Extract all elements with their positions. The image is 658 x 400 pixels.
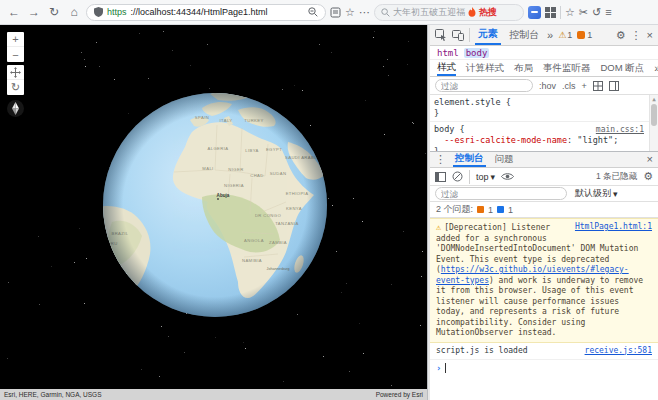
star xyxy=(319,44,320,45)
issue-orange-count: 1 xyxy=(488,205,493,215)
star xyxy=(294,85,295,86)
star xyxy=(114,79,115,80)
bookmark-star-icon[interactable]: ☆ xyxy=(345,6,355,19)
drawer-tab-console[interactable]: 控制台 xyxy=(453,152,486,167)
sidebar-position-icon[interactable] xyxy=(609,81,619,91)
new-style-rule-icon[interactable]: + xyxy=(582,81,587,91)
crumb-html[interactable]: html xyxy=(435,48,461,58)
console-filter-input[interactable] xyxy=(435,187,567,200)
attribution-bar: Esri, HERE, Garmin, NGA, USGS Powered by… xyxy=(0,389,427,400)
forward-icon[interactable]: → xyxy=(26,5,42,19)
star xyxy=(391,385,392,386)
back-icon[interactable]: ← xyxy=(6,5,22,19)
screenshot-scissors-icon[interactable]: ✂ xyxy=(579,6,588,19)
zoom-out-page-icon[interactable] xyxy=(308,7,318,17)
console-drawer: ⋮ 控制台 问题 × top▾ 1 条已隐藏 ⚙ xyxy=(430,151,658,400)
console-sidebar-icon[interactable] xyxy=(435,172,446,182)
devtools-panel: 元素 控制台 » ⚠1 1 ⚙ ⋮ × html body 样式 计算样式 布局… xyxy=(430,25,658,400)
star xyxy=(209,88,210,89)
warnings-badge[interactable]: ⚠1 xyxy=(558,30,572,40)
styles-filter-input[interactable] xyxy=(435,79,533,92)
issues-badge[interactable]: 1 xyxy=(577,30,592,40)
drawer-tabbar: ⋮ 控制台 问题 × xyxy=(430,152,658,168)
hidden-messages-label[interactable]: 1 条已隐藏 xyxy=(596,171,637,183)
console-filter-bar: 默认级别▾ xyxy=(430,186,658,202)
drawer-kebab-icon[interactable]: ⋮ xyxy=(435,154,446,165)
undo-icon[interactable]: ↺ xyxy=(592,6,601,19)
context-selector[interactable]: top▾ xyxy=(476,172,495,182)
zoom-in-button[interactable]: + xyxy=(7,32,24,47)
css-rule-element-style[interactable]: element.style { } xyxy=(430,95,658,122)
address-bar[interactable]: https://localhost:44344/HtmlPage1.html xyxy=(86,4,326,21)
css-property-name: --esri-calcite-mode-name xyxy=(444,135,567,145)
issues-counter-bar[interactable]: 2 个问题: 1 1 xyxy=(430,202,658,218)
styles-pane: element.style { } main.css:1 body { --es… xyxy=(430,95,658,151)
tab-console[interactable]: 控制台 xyxy=(506,25,542,45)
tab-elements[interactable]: 元素 xyxy=(475,25,501,45)
css-rule-body[interactable]: main.css:1 body { --esri-calcite-mode-na… xyxy=(430,122,658,151)
device-toolbar-icon[interactable] xyxy=(452,30,464,41)
drawer-tab-issues[interactable]: 问题 xyxy=(493,152,516,167)
quick-search-box[interactable]: 大年初五破五迎福 热搜 xyxy=(374,4,524,21)
overflow-dots-icon[interactable]: ⋯ xyxy=(359,6,370,19)
star xyxy=(86,258,87,259)
menu-icon[interactable]: ≡ xyxy=(605,6,611,18)
star xyxy=(245,348,246,349)
console-prompt[interactable]: › xyxy=(430,360,658,377)
subtab-styles[interactable]: 样式 xyxy=(437,60,456,76)
reader-mode-icon[interactable] xyxy=(330,7,341,18)
subtab-event-listeners[interactable]: 事件监听器 xyxy=(543,60,591,76)
star xyxy=(215,337,216,338)
toggle-hover-state[interactable]: :hov xyxy=(539,81,556,91)
live-expression-eye-icon[interactable] xyxy=(501,172,514,181)
clear-console-icon[interactable] xyxy=(452,171,463,182)
styles-scrollbar[interactable]: ▲ xyxy=(649,95,658,151)
apps-grid-icon[interactable] xyxy=(545,7,556,18)
css-property-value: "light" xyxy=(577,135,613,145)
text-cursor xyxy=(445,363,446,373)
subtabs-more-icon[interactable]: » xyxy=(654,63,658,74)
star xyxy=(421,276,422,277)
zoom-out-button[interactable]: − xyxy=(7,47,24,62)
caret-down-icon: ▾ xyxy=(491,172,496,182)
inspect-element-icon[interactable] xyxy=(435,29,447,41)
settings-gear-icon[interactable]: ⚙ xyxy=(616,30,626,41)
scroll-up-icon[interactable]: ▲ xyxy=(650,95,658,103)
star xyxy=(374,31,375,32)
log-levels-dropdown[interactable]: 默认级别▾ xyxy=(575,187,618,200)
home-icon[interactable]: ⌂ xyxy=(66,5,82,19)
star xyxy=(141,369,142,370)
devtools-kebab-icon[interactable]: ⋮ xyxy=(631,30,642,41)
compass-button[interactable] xyxy=(7,100,24,117)
reload-icon[interactable]: ↻ xyxy=(46,5,62,19)
star xyxy=(243,342,244,343)
scene-view[interactable]: SPAINITALYTURKEYALGERIALIBYAEGYPTSAUDI A… xyxy=(0,25,427,400)
console-settings-gear-icon[interactable]: ⚙ xyxy=(643,171,653,182)
crumb-body[interactable]: body xyxy=(464,48,490,58)
devtools-close-icon[interactable]: × xyxy=(647,30,653,41)
shield-icon xyxy=(94,7,103,17)
rotate-mode-icon[interactable]: ↻ xyxy=(7,80,24,95)
collection-star-icon[interactable]: ☆ xyxy=(565,6,575,19)
star xyxy=(383,66,384,67)
globe[interactable]: SPAINITALYTURKEYALGERIALIBYAEGYPTSAUDI A… xyxy=(102,92,328,318)
navigation-toggle-widget: ↻ xyxy=(7,65,24,95)
extension-icon[interactable] xyxy=(528,6,541,19)
compass-needle-icon xyxy=(11,102,20,115)
subtab-layout[interactable]: 布局 xyxy=(514,60,533,76)
powered-by-esri[interactable]: Powered by Esri xyxy=(376,391,423,398)
star xyxy=(413,123,414,124)
css-source-link[interactable]: main.css:1 xyxy=(596,124,644,135)
subtab-computed[interactable]: 计算样式 xyxy=(466,60,504,76)
subtab-dom-breakpoints[interactable]: DOM 断点 xyxy=(601,60,645,76)
drawer-close-icon[interactable]: × xyxy=(647,154,653,165)
toggle-classes[interactable]: .cls xyxy=(562,81,576,91)
pan-mode-icon[interactable] xyxy=(7,65,24,80)
scrollbar-thumb[interactable] xyxy=(651,104,657,126)
warning-source-link[interactable]: HtmlPage1.html:1 xyxy=(575,222,652,231)
computed-panel-icon[interactable] xyxy=(593,81,603,91)
more-tabs-icon[interactable]: » xyxy=(547,30,553,41)
star xyxy=(363,353,364,354)
log-source-link[interactable]: receive.js:581 xyxy=(585,346,652,355)
star xyxy=(207,44,208,45)
